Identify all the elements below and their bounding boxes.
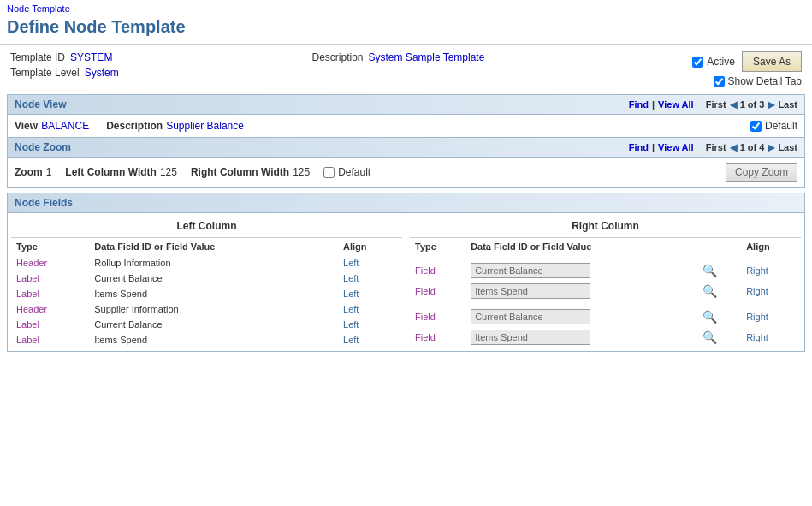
show-detail-tab-checkbox[interactable]: [714, 76, 725, 87]
right-align-cell: Right: [741, 281, 801, 301]
zoom-view-all-link[interactable]: View All: [658, 142, 694, 152]
node-view-bar: Node View Find | View All First ◀ 1 of 3…: [7, 94, 805, 115]
left-align-cell: Left: [338, 317, 402, 332]
right-field-cell: [465, 327, 697, 348]
right-row: Field 🔍 Right: [410, 307, 801, 327]
node-view-nav: Find | View All First ◀ 1 of 3 ▶ Last: [629, 99, 797, 110]
next-arrow-icon[interactable]: ▶: [768, 99, 774, 110]
show-detail-tab-row: Show Detail Tab: [714, 75, 803, 87]
left-col-tbody: Header Rollup Information Left Label Cur…: [11, 255, 402, 348]
zoom-default-field: Default: [323, 166, 370, 178]
view-row: View BALANCE Description Supplier Balanc…: [15, 120, 797, 132]
node-zoom-label: Node Zoom: [15, 141, 71, 153]
left-row: Label Items Spend Left: [11, 332, 402, 348]
right-field-cell: [465, 260, 697, 281]
right-row: Field 🔍 Right: [410, 281, 801, 301]
left-field-cell: Rollup Information: [89, 255, 338, 271]
search-icon[interactable]: 🔍: [702, 284, 717, 298]
left-row: Header Rollup Information Left: [11, 255, 402, 271]
left-col-table: Type Data Field ID or Field Value Align …: [11, 238, 402, 348]
copy-zoom-button[interactable]: Copy Zoom: [726, 163, 797, 182]
left-col-width-value: 125: [160, 166, 177, 178]
zoom-next-arrow-icon[interactable]: ▶: [768, 142, 774, 153]
node-zoom-section: Node Zoom Find | View All First ◀ 1 of 4…: [7, 138, 805, 188]
zoom-page: 1 of 4: [740, 142, 765, 152]
right-search-cell: 🔍: [697, 260, 741, 281]
zoom-value: 1: [46, 166, 52, 178]
columns-container: Left Column Type Data Field ID or Field …: [8, 213, 804, 351]
find-link[interactable]: Find: [629, 99, 649, 110]
view-desc-label: Description: [106, 120, 163, 132]
left-align-cell: Left: [338, 271, 402, 286]
right-type-cell: Field: [410, 260, 465, 281]
left-type-cell: Label: [11, 286, 89, 301]
zoom-last-label: Last: [778, 142, 797, 152]
right-align-cell: Right: [741, 307, 801, 327]
node-view-default-checkbox[interactable]: [750, 121, 762, 132]
template-level-value: System: [85, 67, 119, 79]
right-search-cell: 🔍: [697, 281, 741, 301]
right-align-header: [697, 238, 741, 255]
show-detail-tab-label: Show Detail Tab: [728, 75, 803, 87]
left-field-cell: Supplier Information: [89, 301, 338, 317]
right-row: Field 🔍 Right: [410, 260, 801, 281]
right-search-cell: 🔍: [697, 307, 741, 327]
right-field-input[interactable]: [471, 283, 590, 299]
right-field-input[interactable]: [471, 330, 590, 345]
search-icon[interactable]: 🔍: [702, 264, 717, 277]
zoom-find-link[interactable]: Find: [629, 142, 649, 152]
node-view-label: Node View: [15, 98, 66, 110]
zoom-first-label: First: [706, 142, 726, 152]
left-field-cell: Current Balance: [89, 317, 338, 332]
left-align-cell: Left: [338, 286, 402, 301]
right-col-width-field: Right Column Width 125: [191, 166, 310, 178]
right-field-cell: [465, 307, 697, 327]
search-icon[interactable]: 🔍: [702, 310, 717, 324]
right-row: Field 🔍 Right: [410, 327, 801, 348]
zoom-number-field: Zoom 1: [15, 166, 51, 178]
left-type-cell: Label: [11, 332, 89, 348]
left-col-width-label: Left Column Width: [65, 166, 157, 178]
last-label: Last: [778, 99, 797, 110]
left-type-cell: Header: [11, 255, 89, 271]
left-type-cell: Label: [11, 271, 89, 286]
zoom-default-checkbox[interactable]: [323, 167, 335, 178]
right-column: Right Column Type Data Field ID or Field…: [406, 213, 804, 351]
view-all-link[interactable]: View All: [658, 99, 694, 110]
view-label: View: [15, 120, 38, 132]
prev-arrow-icon[interactable]: ◀: [730, 99, 737, 110]
left-field-cell: Items Spend: [89, 286, 338, 301]
right-field-input[interactable]: [471, 263, 590, 278]
view-desc-value: Supplier Balance: [166, 120, 244, 132]
right-type-header: Type: [410, 238, 465, 255]
node-zoom-bar: Node Zoom Find | View All First ◀ 1 of 4…: [7, 138, 805, 158]
view-value: BALANCE: [41, 120, 89, 132]
active-checkbox[interactable]: [692, 57, 703, 68]
left-type-header: Type: [11, 238, 89, 255]
right-type-cell: Field: [410, 281, 465, 301]
view-field: View BALANCE: [15, 120, 89, 132]
node-fields-section: Node Fields Left Column Type Data Field …: [7, 193, 805, 352]
right-data-field-header: Data Field ID or Field Value: [465, 238, 697, 255]
template-id-label: Template ID: [10, 51, 65, 63]
right-align-val-header: Align: [741, 238, 801, 255]
right-align-cell: Right: [741, 260, 801, 281]
search-icon[interactable]: 🔍: [702, 330, 717, 344]
right-field-input[interactable]: [471, 309, 590, 324]
left-row: Label Current Balance Left: [11, 271, 402, 286]
description-row: Description System Sample Template: [312, 51, 614, 63]
page-wrapper: Node Template Define Node Template Templ…: [0, 0, 812, 359]
active-checkbox-row: Active: [692, 56, 735, 68]
default-checkbox-row: Default: [750, 120, 797, 132]
page-title: Define Node Template: [0, 14, 812, 45]
left-col-header-row: Type Data Field ID or Field Value Align: [11, 238, 402, 255]
header-left: Template ID SYSTEM Template Level System: [10, 51, 312, 82]
zoom-prev-arrow-icon[interactable]: ◀: [730, 142, 737, 153]
right-type-cell: Field: [410, 327, 465, 348]
save-as-button[interactable]: Save As: [742, 51, 802, 72]
left-type-cell: Label: [11, 317, 89, 332]
left-field-cell: Current Balance: [89, 271, 338, 286]
left-field-cell: Items Spend: [89, 332, 338, 348]
right-col-tbody: Field 🔍 Right Field 🔍 Right Field: [410, 255, 801, 348]
header-right: Active Save As Show Detail Tab: [613, 51, 802, 87]
